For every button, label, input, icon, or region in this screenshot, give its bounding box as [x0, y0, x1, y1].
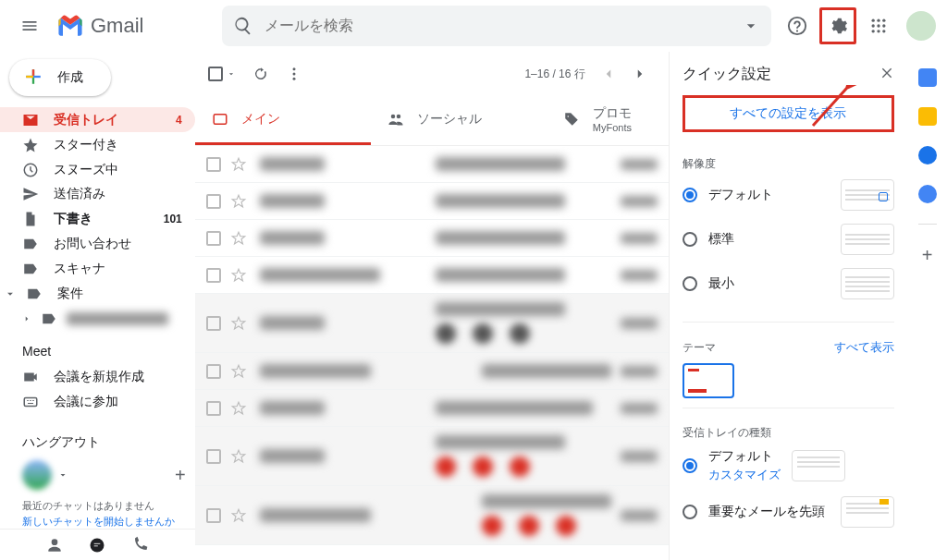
mail-row[interactable] — [195, 390, 669, 427]
sidebar-hidden-label[interactable] — [0, 306, 195, 331]
more-icon[interactable] — [286, 66, 302, 82]
sidebar-item-drafts[interactable]: 下書き 101 — [0, 207, 195, 232]
row-checkbox[interactable] — [206, 401, 221, 416]
select-all-checkbox[interactable] — [208, 67, 236, 81]
sidebar-item-label: 案件 — [57, 286, 83, 302]
get-addons-button[interactable]: + — [922, 245, 933, 266]
support-button[interactable] — [779, 7, 816, 44]
calendar-addon-icon[interactable] — [918, 68, 937, 87]
theme-view-all-link[interactable]: すべて表示 — [834, 339, 894, 356]
person-icon[interactable] — [45, 536, 64, 554]
hangout-bottom-bar — [0, 529, 195, 560]
star-icon[interactable] — [230, 400, 247, 417]
svg-point-8 — [877, 30, 879, 32]
mail-row[interactable] — [195, 183, 669, 220]
start-chat-link[interactable]: 新しいチャットを開始しませんか — [0, 513, 195, 529]
hangout-add-button[interactable]: + — [175, 465, 186, 486]
contacts-addon-icon[interactable] — [918, 185, 937, 203]
row-checkbox[interactable] — [206, 508, 221, 523]
settings-button[interactable] — [819, 7, 856, 44]
chat-bubble-icon[interactable] — [88, 536, 106, 554]
main-pane: 1–16 / 16 行 メイン ソーシャル プロモ MyFonts — [195, 52, 669, 560]
search-options-icon[interactable] — [742, 17, 760, 35]
pagination-range: 1–16 / 16 行 — [524, 67, 584, 82]
sidebar-item-inquiry[interactable]: お問い合わせ — [0, 232, 195, 257]
close-button[interactable] — [879, 66, 894, 84]
star-icon[interactable] — [230, 267, 247, 284]
density-option-default[interactable]: デフォルト — [683, 179, 894, 211]
main-menu-button[interactable] — [11, 7, 48, 44]
density-preview-icon — [841, 224, 894, 255]
star-icon[interactable] — [230, 315, 247, 332]
star-icon[interactable] — [230, 363, 247, 380]
account-avatar[interactable] — [906, 11, 936, 41]
compose-button[interactable]: 作成 — [9, 59, 111, 96]
star-icon[interactable] — [230, 193, 247, 210]
density-option-comfortable[interactable]: 標準 — [683, 224, 894, 255]
redacted-text — [67, 312, 168, 325]
density-option-compact[interactable]: 最小 — [683, 268, 894, 299]
row-checkbox[interactable] — [206, 231, 221, 246]
star-icon[interactable] — [230, 507, 247, 524]
phone-icon[interactable] — [130, 536, 149, 554]
clock-icon — [22, 162, 39, 178]
theme-thumbnail[interactable] — [683, 363, 734, 398]
tab-promotions[interactable]: プロモ MyFonts — [547, 96, 639, 145]
search-input[interactable] — [264, 18, 742, 34]
label-icon — [26, 286, 43, 302]
mail-row[interactable] — [195, 146, 669, 183]
keep-addon-icon[interactable] — [918, 107, 937, 126]
next-page-icon[interactable] — [632, 66, 648, 82]
mail-row[interactable] — [195, 220, 669, 257]
google-apps-button[interactable] — [860, 7, 897, 44]
hangout-user-row[interactable]: + — [0, 457, 195, 493]
mail-row[interactable] — [195, 294, 669, 353]
search-bar[interactable] — [222, 6, 771, 46]
tasks-addon-icon[interactable] — [918, 146, 937, 164]
prev-page-icon[interactable] — [600, 66, 617, 82]
row-checkbox[interactable] — [206, 316, 221, 331]
mail-row[interactable] — [195, 257, 669, 294]
row-checkbox[interactable] — [206, 449, 221, 464]
mail-row[interactable] — [195, 486, 669, 545]
hangout-avatar — [22, 460, 52, 490]
radio-button[interactable] — [683, 458, 697, 473]
star-icon[interactable] — [230, 156, 247, 173]
theme-section-label: テーマ — [683, 340, 716, 356]
radio-button[interactable] — [683, 505, 697, 519]
mail-row[interactable] — [195, 353, 669, 390]
tab-social[interactable]: ソーシャル — [371, 96, 547, 145]
density-preview-icon — [841, 179, 894, 211]
inbox-tab-icon — [212, 111, 228, 128]
tab-primary[interactable]: メイン — [195, 96, 371, 145]
refresh-icon[interactable] — [252, 66, 269, 82]
sidebar-item-snoozed[interactable]: スヌーズ中 — [0, 157, 195, 182]
toolbar: 1–16 / 16 行 — [195, 52, 669, 96]
inbox-type-default[interactable]: デフォルト カスタマイズ — [683, 448, 894, 483]
sidebar-item-sent[interactable]: 送信済み — [0, 182, 195, 207]
meet-new-meeting[interactable]: 会議を新規作成 — [0, 364, 195, 389]
search-icon — [233, 16, 253, 36]
sidebar-item-inbox[interactable]: 受信トレイ 4 — [0, 107, 195, 132]
star-icon[interactable] — [230, 230, 247, 247]
gmail-m-icon — [55, 15, 85, 37]
sidebar-item-starred[interactable]: スター付き — [0, 132, 195, 157]
row-checkbox[interactable] — [206, 364, 221, 379]
chevron-right-icon — [22, 314, 31, 323]
sidebar-item-scanner[interactable]: スキャナ — [0, 257, 195, 282]
mail-row[interactable] — [195, 427, 669, 486]
row-checkbox[interactable] — [206, 194, 221, 209]
sidebar-item-projects[interactable]: 案件 — [0, 282, 195, 307]
gmail-logo[interactable]: Gmail — [55, 14, 203, 38]
row-checkbox[interactable] — [206, 268, 221, 283]
meet-join-meeting[interactable]: 会議に参加 — [0, 389, 195, 414]
star-icon[interactable] — [230, 448, 247, 465]
radio-button[interactable] — [683, 232, 697, 247]
row-checkbox[interactable] — [206, 157, 221, 172]
mail-list — [195, 146, 669, 545]
inbox-type-important-first[interactable]: 重要なメールを先頭 — [683, 496, 894, 528]
radio-button[interactable] — [683, 188, 697, 202]
customize-link[interactable]: カスタマイズ — [708, 467, 781, 483]
see-all-settings-button[interactable]: すべての設定を表示 — [683, 95, 894, 132]
radio-button[interactable] — [683, 276, 697, 291]
